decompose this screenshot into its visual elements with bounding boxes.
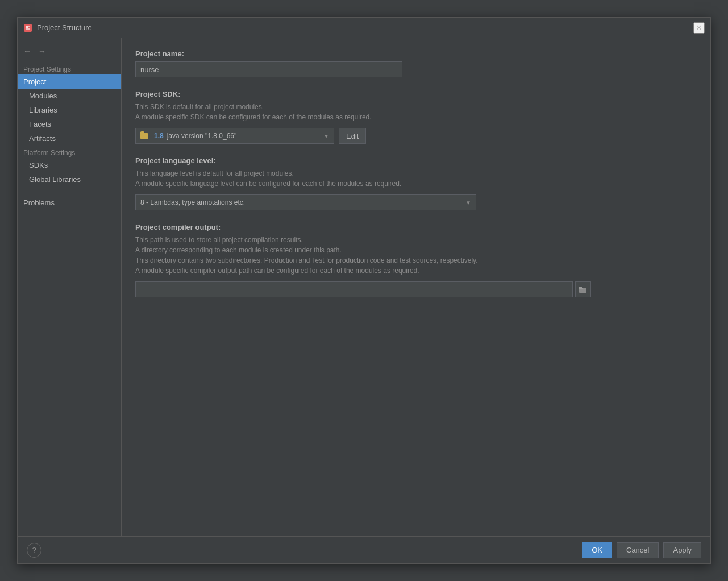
help-button[interactable]: ? <box>27 543 41 558</box>
sidebar: ← → Project Settings Project Modules Lib… <box>18 38 122 536</box>
project-settings-label: Project Settings <box>18 62 121 74</box>
app-icon <box>23 23 32 32</box>
footer: ? OK Cancel Apply <box>18 536 710 563</box>
sidebar-item-project[interactable]: Project <box>18 74 121 89</box>
sidebar-item-artifacts[interactable]: Artifacts <box>18 131 121 146</box>
project-name-label: Project name: <box>135 49 697 58</box>
forward-button[interactable]: → <box>36 45 48 57</box>
compiler-output-row <box>135 281 697 297</box>
project-name-input[interactable] <box>135 61 402 77</box>
svg-rect-3 <box>26 28 30 30</box>
close-button[interactable]: × <box>693 22 705 34</box>
folder-icon <box>140 133 148 139</box>
sdk-dropdown-arrow: ▼ <box>323 133 329 139</box>
language-dropdown-arrow: ▼ <box>465 200 471 206</box>
sdk-version-text: java version "1.8.0_66" <box>167 132 237 140</box>
content-area: Project name: Project SDK: This SDK is d… <box>122 38 710 536</box>
project-name-section: Project name: <box>135 49 697 77</box>
svg-rect-6 <box>579 287 582 288</box>
sdk-row: 1.8 java version "1.8.0_66" ▼ Edit <box>135 128 697 144</box>
compiler-output-section: Project compiler output: This path is us… <box>135 223 697 297</box>
sidebar-item-global-libraries[interactable]: Global Libraries <box>18 172 121 186</box>
back-button[interactable]: ← <box>21 45 34 57</box>
folder-browse-icon <box>579 286 587 293</box>
compiler-output-title: Project compiler output: <box>135 223 697 231</box>
project-sdk-section: Project SDK: This SDK is default for all… <box>135 90 697 144</box>
title-bar: Project Structure × <box>18 18 710 38</box>
apply-button[interactable]: Apply <box>663 542 701 558</box>
language-level-desc: This language level is default for all p… <box>135 168 697 189</box>
browse-button[interactable] <box>575 281 591 297</box>
platform-settings-label: Platform Settings <box>18 146 121 158</box>
language-level-section: Project language level: This language le… <box>135 156 697 210</box>
sidebar-item-modules[interactable]: Modules <box>18 89 121 103</box>
sdk-dropdown[interactable]: 1.8 java version "1.8.0_66" ▼ <box>135 128 334 144</box>
project-structure-dialog: Project Structure × ← → Project Settings… <box>17 17 711 564</box>
nav-buttons: ← → <box>18 43 121 60</box>
sdk-edit-button[interactable]: Edit <box>339 128 366 144</box>
language-level-dropdown[interactable]: 8 - Lambdas, type annotations etc. ▼ <box>135 194 476 210</box>
main-content: ← → Project Settings Project Modules Lib… <box>18 38 710 536</box>
cancel-button[interactable]: Cancel <box>617 542 659 558</box>
sidebar-item-libraries[interactable]: Libraries <box>18 103 121 117</box>
svg-rect-2 <box>28 26 30 27</box>
sidebar-item-problems[interactable]: Problems <box>18 196 121 210</box>
sdk-title: Project SDK: <box>135 90 697 98</box>
footer-buttons: OK Cancel Apply <box>582 542 701 558</box>
svg-rect-1 <box>26 26 28 28</box>
compiler-output-input[interactable] <box>135 281 573 297</box>
sdk-version-number: 1.8 <box>154 132 164 140</box>
language-level-title: Project language level: <box>135 156 697 165</box>
sidebar-item-facets[interactable]: Facets <box>18 117 121 131</box>
ok-button[interactable]: OK <box>582 542 612 558</box>
compiler-output-desc: This path is used to store all project c… <box>135 235 697 276</box>
sdk-desc: This SDK is default for all project modu… <box>135 102 697 122</box>
dialog-title: Project Structure <box>37 23 693 32</box>
sidebar-item-sdks[interactable]: SDKs <box>18 158 121 172</box>
